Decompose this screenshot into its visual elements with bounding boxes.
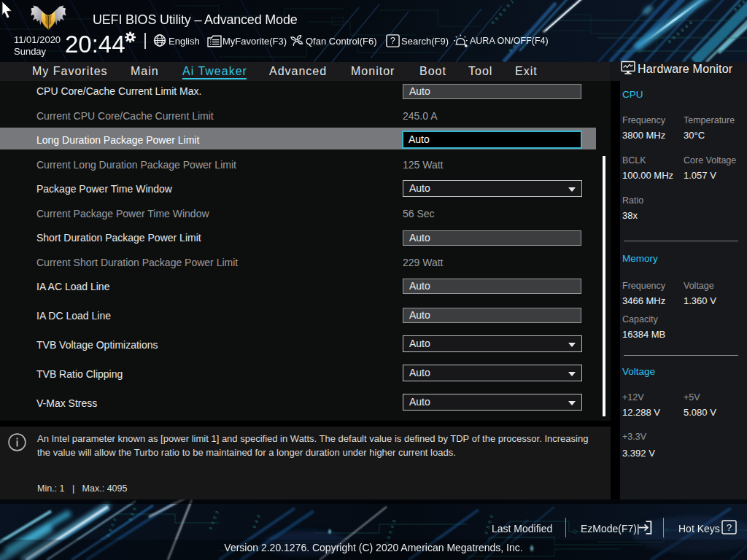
svg-text:?: ?	[390, 36, 395, 46]
svg-text:?: ?	[727, 522, 732, 533]
